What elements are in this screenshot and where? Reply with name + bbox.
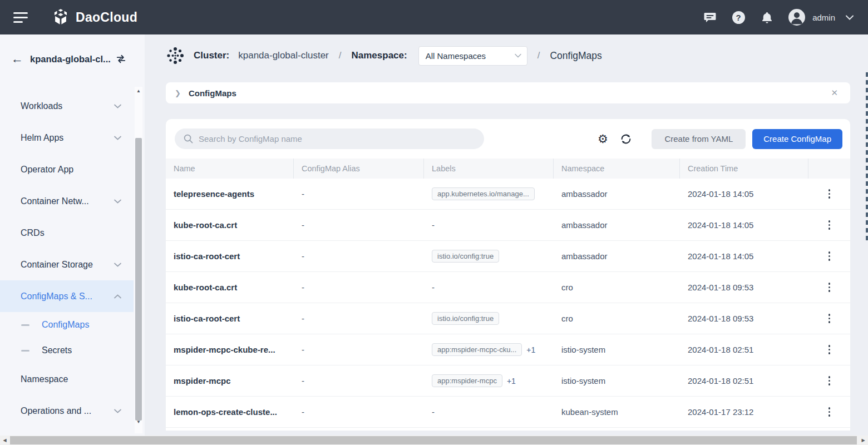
slash-separator: / [339, 50, 342, 61]
scroll-left-arrow-icon[interactable]: ◀ [0, 436, 9, 445]
sidebar-item-container-storage[interactable]: Container Storage [0, 249, 134, 280]
notifications-bell-icon[interactable] [760, 11, 773, 24]
cell-namespace: istio-system [554, 345, 680, 354]
label-chip[interactable]: istio.io/config:true [432, 250, 499, 263]
cell-actions [808, 249, 850, 264]
labels-more-badge[interactable]: +1 [507, 377, 516, 385]
table-row: mspider-mcpc-app:mspider-mcpc+1istio-sys… [166, 365, 850, 397]
sidebar-item-operator-app[interactable]: Operator App [0, 154, 134, 185]
back-arrow-icon[interactable]: ← [11, 52, 27, 66]
column-header-alias: ConfigMap Alias [294, 159, 424, 179]
sidebar-item-label: Secrets [42, 345, 72, 355]
cell-namespace: cro [554, 314, 680, 323]
sidebar-item-workloads[interactable]: Workloads [0, 90, 134, 122]
row-actions-kebab-icon[interactable] [826, 217, 834, 233]
cell-actions [808, 404, 850, 419]
refresh-icon[interactable] [619, 132, 633, 146]
breadcrumb-tab: ❯ ConfigMaps ✕ [166, 82, 850, 103]
cell-labels: app:mspider-mcpc+1 [424, 374, 554, 387]
cell-creation-time: 2024-01-18 09:53 [680, 314, 808, 323]
sidebar-item-operations-and[interactable]: Operations and ... [0, 395, 134, 427]
search-input[interactable] [199, 134, 475, 144]
row-actions-kebab-icon[interactable] [826, 249, 834, 264]
cell-labels: istio.io/config:true [424, 250, 554, 263]
menu-hamburger-icon[interactable] [13, 9, 28, 26]
horizontal-scrollbar[interactable]: ◀ ▶ [0, 436, 868, 445]
configmaps-table: Name ConfigMap Alias Labels Namespace Cr… [166, 159, 850, 428]
cell-name: kube-root-ca.crt [166, 220, 294, 230]
messages-icon[interactable] [703, 11, 717, 24]
cell-alias: - [294, 283, 424, 292]
help-icon[interactable]: ? [732, 11, 745, 24]
sidebar-item-label: Helm Apps [21, 133, 63, 143]
user-name[interactable]: admin [812, 13, 835, 22]
row-actions-kebab-icon[interactable] [826, 373, 834, 388]
namespace-select[interactable]: All Namespaces [418, 46, 527, 66]
create-configmap-button[interactable]: Create ConfigMap [752, 129, 842, 149]
row-actions-kebab-icon[interactable] [826, 186, 834, 201]
sidebar-item-helm-apps[interactable]: Helm Apps [0, 122, 134, 154]
logo-text: DaoCloud [76, 10, 137, 25]
sidebar-item-label: Container Storage [21, 260, 93, 270]
table-row: kube-root-ca.crt--ambassador2024-01-18 1… [166, 210, 850, 241]
cell-namespace: ambassador [554, 220, 680, 230]
user-menu-chevron-down-icon[interactable] [846, 12, 854, 22]
row-actions-kebab-icon[interactable] [826, 280, 834, 295]
row-actions-kebab-icon[interactable] [826, 342, 834, 357]
cell-labels: app:mspider-mcpc-cku...+1 [424, 343, 554, 356]
label-chip[interactable]: app:mspider-mcpc [432, 374, 502, 387]
cell-alias: - [294, 189, 424, 199]
cluster-header: Cluster: kpanda-global-cluster / Namespa… [166, 34, 850, 77]
label-chip[interactable]: app:mspider-mcpc-cku... [432, 343, 522, 356]
daocloud-logo: DaoCloud [51, 8, 137, 27]
main-content: Cluster: kpanda-global-cluster / Namespa… [145, 34, 868, 436]
cell-labels: istio.io/config:true [424, 312, 554, 325]
sidebar-item-container-netw[interactable]: Container Netw... [0, 185, 134, 217]
column-header-labels: Labels [424, 159, 554, 179]
cell-name: mspider-mcpc [166, 376, 294, 385]
label-chip[interactable]: app.kubernetes.io/manage... [432, 187, 535, 200]
cell-name: istio-ca-root-cert [166, 251, 294, 261]
cell-creation-time: 2024-01-17 23:12 [680, 407, 808, 417]
sidebar-item-crds[interactable]: CRDs [0, 217, 134, 249]
sidebar-item-namespace[interactable]: Namespace [0, 363, 134, 395]
label-chip[interactable]: istio.io/config:true [432, 312, 499, 325]
switch-cluster-icon[interactable] [115, 54, 127, 64]
row-actions-kebab-icon[interactable] [826, 311, 834, 326]
sidebar-item-label: Workloads [21, 101, 62, 111]
scroll-right-arrow-icon[interactable]: ▶ [859, 436, 868, 445]
cell-creation-time: 2024-01-18 09:53 [680, 283, 808, 292]
chevron-down-icon [114, 263, 121, 267]
sidebar: ← kpanda-global-cl... WorkloadsHelm Apps… [0, 34, 145, 436]
scroll-down-arrow-icon[interactable]: ▼ [135, 418, 142, 426]
table-row: kube-root-ca.crt--cro2024-01-18 09:53 [166, 272, 850, 303]
sidebar-item-configmaps-s[interactable]: ConfigMaps & S... [0, 280, 134, 312]
sidebar-item-label: Namespace [21, 374, 68, 384]
table-row: istio-ca-root-cert-istio.io/config:truea… [166, 241, 850, 272]
user-avatar[interactable] [788, 9, 805, 26]
breadcrumb-title: ConfigMaps [189, 88, 236, 98]
sidebar-scrollbar[interactable]: ▲ ▼ [135, 87, 142, 433]
chevron-down-icon [114, 409, 121, 413]
breadcrumb-chevron-icon[interactable]: ❯ [175, 89, 181, 97]
search-box[interactable] [175, 128, 484, 149]
sidebar-item-label: ConfigMaps [42, 320, 89, 330]
cluster-value: kpanda-global-cluster [238, 50, 329, 61]
column-header-actions [808, 159, 850, 179]
cell-alias: - [294, 345, 424, 354]
labels-more-badge[interactable]: +1 [526, 345, 535, 354]
row-actions-kebab-icon[interactable] [826, 404, 834, 419]
close-icon[interactable]: ✕ [827, 87, 841, 99]
settings-gear-icon[interactable]: ⚙ [595, 132, 610, 146]
cell-namespace: istio-system [554, 376, 680, 385]
sidebar-item-secrets[interactable]: Secrets [0, 338, 134, 363]
sidebar-scrollbar-thumb[interactable] [135, 138, 142, 421]
cell-namespace: cro [554, 283, 680, 292]
horizontal-scrollbar-thumb[interactable] [10, 436, 857, 444]
cell-namespace: kubean-system [554, 407, 680, 417]
scroll-up-arrow-icon[interactable]: ▲ [135, 87, 142, 95]
create-from-yaml-button[interactable]: Create from YAML [652, 129, 746, 149]
table-row: mspider-mcpc-ckube-re...-app:mspider-mcp… [166, 334, 850, 365]
sidebar-item-configmaps[interactable]: ConfigMaps [0, 312, 134, 338]
cell-name: kube-root-ca.crt [166, 283, 294, 292]
